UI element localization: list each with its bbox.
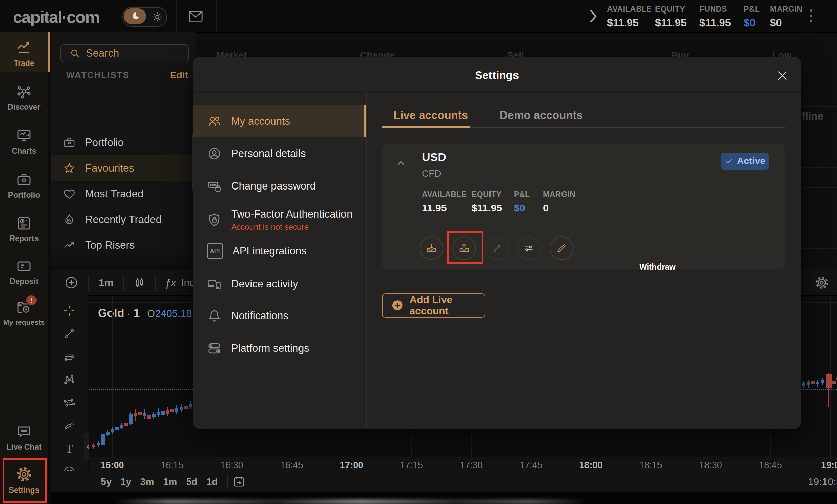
go-to-date-icon[interactable] [232,475,246,488]
withdraw-tooltip-label: Withdraw [639,262,673,272]
active-tab-underline [382,126,470,128]
password-lock-icon [207,179,222,193]
watchlist-item-favourites[interactable]: Favourites [51,155,196,181]
time-tick-label: 19:0 [821,460,837,470]
settings-nav-my-accounts[interactable]: My accounts [193,106,366,137]
brush-tool-icon[interactable] [63,414,76,437]
card-stat-equity: EQUITY $11.95 [471,190,502,214]
time-tick-label: 18:00 [579,460,602,470]
add-live-account-button[interactable]: Add Live account [382,293,485,318]
channel-tool-icon[interactable] [63,391,76,414]
candle-style-icon[interactable] [133,276,146,290]
topbar-divider [176,0,177,32]
server-clock: 19:10:5 [808,476,837,487]
settings-nav-personal-details[interactable]: Personal details [193,141,366,167]
sidebar-item-trade[interactable]: Trade [0,40,48,68]
active-status-badge: Active [722,153,769,170]
kebab-menu-icon[interactable] [810,10,812,22]
requests-folder-icon: ! [0,299,48,316]
collapse-chevron-icon[interactable] [395,158,406,169]
sidebar-item-discover[interactable]: Discover [0,84,48,112]
divider [193,92,801,93]
stat-equity: EQUITY $11.95 [655,5,699,29]
sidebar-item-live-chat[interactable]: Live Chat [0,424,48,452]
collapse-stats-chevron[interactable] [588,9,598,24]
crosshair-tool-icon[interactable] [63,299,76,322]
watchlist-panel: Search WATCHLISTS Edit Portfolio Favouri… [51,32,196,267]
sidebar-item-reports[interactable]: Reports [0,215,48,243]
watchlists-edit-button[interactable]: Edit [170,70,188,81]
settings-nav-two-factor[interactable]: Two-Factor Authentication Account is not… [193,201,366,239]
sidebar-item-my-requests[interactable]: ! My requests [0,299,48,326]
topbar-divider [216,0,217,32]
moon-icon [124,8,146,24]
card-stat-margin: MARGIN 0 [543,190,575,214]
discover-icon [0,84,48,100]
modal-title: Settings [193,69,801,82]
settings-highlight-box [3,458,47,503]
time-tick-label: 16:30 [220,460,244,470]
star-icon [63,162,76,175]
chat-bubble-icon [0,424,48,440]
settings-nav-api-integrations[interactable]: API API integrations [193,238,366,264]
horizontal-lines-tool-icon[interactable] [63,345,76,368]
edit-account-button[interactable] [550,237,573,260]
time-axis[interactable]: 16:0016:1516:3016:4517:0017:1517:3017:45… [89,457,837,472]
timeframe-1d[interactable]: 1d [206,476,218,487]
time-tick-label: 17:45 [520,460,542,470]
interval-button[interactable]: 1m [99,277,113,288]
time-tick-label: 16:15 [161,460,183,470]
reports-icon [0,215,48,231]
text-tool-icon[interactable]: T [66,437,73,460]
xabcd-pattern-tool-icon[interactable] [63,368,76,391]
timeframe-5y[interactable]: 5y [101,476,111,487]
timeframe-3m[interactable]: 3m [140,476,155,487]
indicators-fx-icon[interactable]: ƒx [165,277,176,289]
toggles-icon [207,341,222,356]
transfer-button[interactable] [485,237,509,260]
card-icon [0,258,48,274]
heart-icon [63,187,76,200]
time-tick-label: 17:15 [400,460,423,470]
timeframe-1m[interactable]: 1m [163,476,177,487]
add-symbol-icon[interactable] [64,276,78,290]
search-input[interactable]: Search [60,44,189,62]
settings-nav-notifications[interactable]: Notifications [193,303,366,329]
watchlist-item-most-traded[interactable]: Most Traded [51,181,196,207]
shield-lock-icon [207,212,222,227]
close-icon[interactable] [776,70,788,82]
theme-toggle[interactable] [122,7,167,27]
time-tick-label: 18:15 [639,460,662,470]
sidebar-item-portfolio[interactable]: Portfolio [0,172,48,200]
watchlist-item-recently-traded[interactable]: Recently Traded [51,207,196,232]
account-preferences-button[interactable] [517,237,540,260]
trend-line-tool-icon[interactable] [63,322,76,345]
time-tick-label: 17:30 [460,460,483,470]
dock-hint [115,499,588,504]
deposit-button[interactable] [420,237,443,260]
settings-nav-device-activity[interactable]: Device activity [193,271,366,297]
settings-modal: Settings My accounts Personal details Ch… [193,57,801,429]
withdraw-highlight-box [447,231,483,264]
card-stat-available: AVAILABLE 11.95 [422,190,467,214]
sidebar-item-charts[interactable]: Charts [0,128,48,156]
stat-available: AVAILABLE $11.95 [607,5,659,29]
sidebar-item-deposit[interactable]: Deposit [0,258,48,286]
tab-demo-accounts[interactable]: Demo accounts [500,106,593,130]
watchlist-item-portfolio[interactable]: Portfolio [51,130,196,155]
divider [422,226,779,226]
brand-logo[interactable]: capital·com [13,7,100,27]
drawing-tools-panel: T [51,295,88,492]
settings-nav-change-password[interactable]: Change password [193,173,366,199]
chart-settings-gear-icon[interactable] [814,275,830,291]
mail-icon[interactable] [188,10,203,23]
time-tick-label: 17:00 [340,460,363,470]
trade-icon [0,40,48,56]
account-card: USD CFD Active AVAILABLE 11.95 EQUITY $1… [382,144,785,269]
plus-circle-icon [391,299,404,312]
settings-nav-platform-settings[interactable]: Platform settings [193,335,366,361]
timeframe-5d[interactable]: 5d [186,476,197,487]
time-tick-label: 16:00 [101,460,124,470]
divider [366,92,367,429]
timeframe-1y[interactable]: 1y [120,476,131,487]
